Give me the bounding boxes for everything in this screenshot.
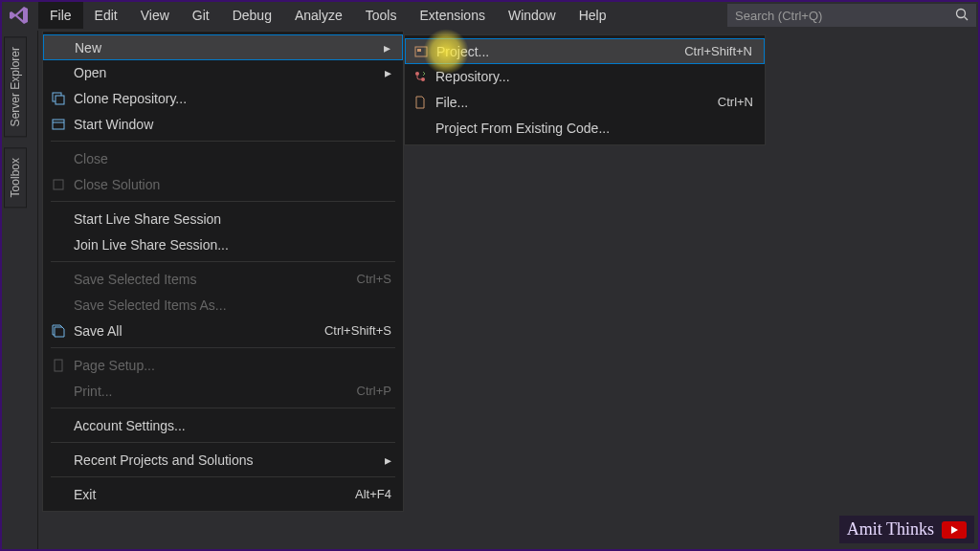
file-save-all[interactable]: Save All Ctrl+Shift+S — [43, 318, 403, 343]
search-placeholder: Search (Ctrl+Q) — [735, 9, 822, 23]
menu-label: New — [71, 40, 377, 55]
clone-icon — [47, 91, 70, 106]
close-solution-icon — [47, 177, 70, 192]
menu-label: Exit — [70, 487, 345, 502]
file-save-selected: Save Selected Items Ctrl+S — [43, 266, 403, 292]
new-file[interactable]: File... Ctrl+N — [405, 89, 765, 115]
menu-label: Save Selected Items As... — [70, 298, 391, 313]
file-start-window[interactable]: Start Window — [43, 111, 403, 137]
menu-file[interactable]: File — [38, 2, 83, 29]
separator — [51, 442, 395, 443]
separator — [51, 141, 395, 142]
separator — [51, 261, 395, 262]
file-close: Close — [43, 145, 403, 171]
menu-label: Account Settings... — [70, 418, 391, 433]
menu-help[interactable]: Help — [568, 2, 618, 29]
file-close-solution: Close Solution — [43, 171, 403, 197]
file-recent-projects[interactable]: Recent Projects and Solutions ▸ — [43, 447, 403, 473]
search-input[interactable]: Search (Ctrl+Q) — [727, 4, 976, 27]
svg-rect-9 — [417, 49, 421, 52]
menu-shortcut: Ctrl+Shift+N — [675, 44, 752, 58]
watermark: Amit Thinks — [839, 516, 974, 543]
menu-label: File... — [432, 95, 708, 110]
repository-icon — [409, 69, 432, 84]
file-clone-repository[interactable]: Clone Repository... — [43, 85, 403, 111]
menu-label: Print... — [70, 384, 347, 399]
watermark-text: Amit Thinks — [847, 519, 934, 540]
menu-label: Save All — [70, 323, 315, 339]
menu-label: Start Window — [70, 117, 391, 132]
menu-label: Start Live Share Session — [70, 211, 391, 227]
menu-label: Close Solution — [70, 177, 391, 192]
svg-point-11 — [421, 77, 425, 81]
menu-tools[interactable]: Tools — [354, 2, 409, 29]
menu-debug[interactable]: Debug — [221, 2, 283, 29]
file-menu-dropdown: New ▸ Open ▸ Clone Repository... Start W… — [42, 31, 404, 512]
file-open[interactable]: Open ▸ — [43, 59, 403, 85]
menu-label: Save Selected Items — [70, 272, 347, 287]
menu-label: Recent Projects and Solutions — [70, 452, 378, 468]
new-project-from-existing[interactable]: Project From Existing Code... — [405, 115, 765, 141]
file-save-selected-as: Save Selected Items As... — [43, 292, 403, 318]
menu-shortcut: Ctrl+N — [708, 95, 753, 109]
submenu-arrow-icon: ▸ — [378, 452, 391, 468]
side-tab-toolbox[interactable]: Toolbox — [4, 147, 27, 208]
project-icon — [410, 44, 433, 59]
menu-shortcut: Ctrl+Shift+S — [315, 323, 391, 338]
menu-label: Project From Existing Code... — [432, 121, 753, 136]
menu-label: Page Setup... — [70, 358, 391, 373]
menu-analyze[interactable]: Analyze — [283, 2, 354, 29]
svg-line-1 — [965, 17, 969, 21]
menu-label: Close — [70, 151, 391, 166]
new-repository[interactable]: Repository... — [405, 63, 765, 89]
svg-rect-7 — [55, 360, 62, 371]
menu-shortcut: Ctrl+P — [347, 384, 391, 398]
menu-shortcut: Alt+F4 — [345, 487, 391, 501]
file-account-settings[interactable]: Account Settings... — [43, 412, 403, 438]
search-icon — [955, 8, 969, 21]
separator — [51, 408, 395, 408]
file-start-live-share[interactable]: Start Live Share Session — [43, 206, 403, 231]
file-exit[interactable]: Exit Alt+F4 — [43, 481, 403, 507]
side-tab-server-explorer[interactable]: Server Explorer — [4, 36, 27, 137]
file-print: Print... Ctrl+P — [43, 378, 403, 404]
svg-rect-3 — [56, 96, 64, 104]
svg-rect-4 — [53, 120, 64, 129]
menu-label: Open — [70, 65, 378, 80]
menu-label: Join Live Share Session... — [70, 237, 391, 253]
youtube-icon — [942, 521, 967, 539]
menu-window[interactable]: Window — [497, 2, 568, 29]
menu-label: Project... — [433, 44, 675, 59]
menu-git[interactable]: Git — [181, 2, 221, 29]
menu-edit[interactable]: Edit — [83, 2, 129, 29]
save-all-icon — [47, 323, 70, 339]
svg-point-10 — [415, 72, 419, 76]
file-join-live-share[interactable]: Join Live Share Session... — [43, 231, 403, 257]
file-page-setup: Page Setup... — [43, 352, 403, 378]
file-icon — [409, 95, 432, 110]
submenu-arrow-icon: ▸ — [378, 65, 391, 80]
separator — [51, 476, 395, 477]
svg-rect-6 — [54, 180, 63, 189]
app-logo — [0, 6, 38, 25]
side-strip: Server Explorer Toolbox — [0, 31, 38, 551]
menu-label: Clone Repository... — [70, 91, 391, 106]
start-window-icon — [47, 117, 70, 132]
menu-view[interactable]: View — [129, 2, 181, 29]
new-submenu: Project... Ctrl+Shift+N Repository... Fi… — [404, 34, 766, 145]
svg-point-0 — [957, 10, 966, 18]
file-new[interactable]: New ▸ — [43, 34, 403, 60]
submenu-arrow-icon: ▸ — [377, 40, 390, 55]
menu-shortcut: Ctrl+S — [347, 272, 391, 286]
menubar: File Edit View Git Debug Analyze Tools E… — [0, 0, 980, 31]
page-setup-icon — [47, 358, 70, 373]
menu-extensions[interactable]: Extensions — [408, 2, 496, 29]
menu-label: Repository... — [432, 69, 753, 84]
separator — [51, 201, 395, 202]
separator — [51, 347, 395, 348]
new-project[interactable]: Project... Ctrl+Shift+N — [405, 38, 765, 64]
